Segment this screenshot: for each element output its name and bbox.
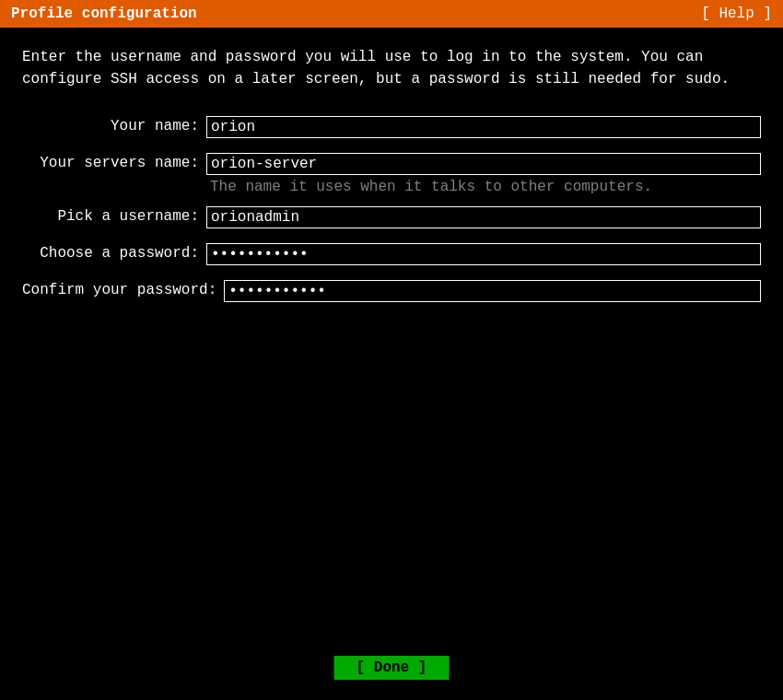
description-text: Enter the username and password you will… <box>22 46 761 90</box>
servers-name-hint: The name it uses when it talks to other … <box>206 179 652 195</box>
servers-name-label: Your servers name: <box>22 153 206 171</box>
choose-password-input[interactable] <box>206 243 761 265</box>
choose-password-row: Choose a password: <box>22 243 761 265</box>
username-label: Pick a username: <box>22 206 206 225</box>
header-title: Profile configuration <box>11 6 197 22</box>
confirm-password-label: Confirm your password: <box>22 280 224 298</box>
confirm-password-row: Confirm your password: <box>22 280 761 302</box>
your-name-input[interactable] <box>206 116 761 138</box>
username-input[interactable] <box>206 206 761 228</box>
confirm-password-input[interactable] <box>224 280 761 302</box>
header-help[interactable]: [ Help ] <box>701 6 772 22</box>
done-button-container: [ Done ] <box>334 656 450 680</box>
servers-name-hint-row: The name it uses when it talks to other … <box>22 179 761 195</box>
your-name-row: Your name: <box>22 116 761 138</box>
done-button[interactable]: [ Done ] <box>334 656 450 680</box>
servers-name-row: Your servers name: <box>22 153 761 175</box>
username-row: Pick a username: <box>22 206 761 228</box>
hint-spacer <box>22 179 206 195</box>
servers-name-input[interactable] <box>206 153 761 175</box>
header: Profile configuration [ Help ] <box>0 0 783 28</box>
your-name-label: Your name: <box>22 116 206 134</box>
main-content: Enter the username and password you will… <box>0 28 783 335</box>
choose-password-label: Choose a password: <box>22 243 206 262</box>
